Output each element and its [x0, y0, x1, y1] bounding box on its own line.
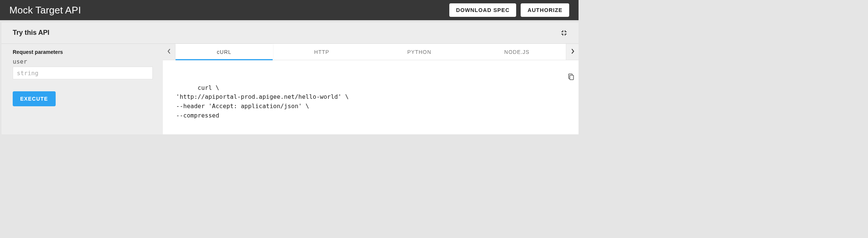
tabs-row: cURL HTTP PYTHON NODE.JS — [163, 44, 579, 60]
tab-http[interactable]: HTTP — [273, 44, 371, 60]
chevron-right-icon — [570, 48, 575, 56]
code-text: curl \ 'http://apiportal-prod.apigee.net… — [169, 84, 349, 119]
param-input-user[interactable] — [13, 67, 153, 79]
try-api-panel: Try this API Request parameters user EXE… — [1, 22, 579, 134]
svg-rect-0 — [570, 75, 574, 80]
panel-header: Try this API — [1, 22, 579, 44]
tabs-scroll-right-button[interactable] — [566, 44, 579, 60]
panel-body: Request parameters user EXECUTE cURL HTT… — [1, 44, 579, 134]
panel-title: Try this API — [13, 29, 49, 37]
tab-label: cURL — [217, 49, 232, 55]
code-tabs: cURL HTTP PYTHON NODE.JS — [176, 44, 566, 60]
collapse-icon[interactable] — [561, 30, 567, 36]
authorize-button[interactable]: AUTHORIZE — [521, 3, 569, 17]
copy-icon[interactable] — [532, 64, 574, 92]
tab-python[interactable]: PYTHON — [371, 44, 468, 60]
tab-label: PYTHON — [407, 49, 431, 55]
code-sample: curl \ 'http://apiportal-prod.apigee.net… — [163, 60, 579, 134]
download-spec-button[interactable]: DOWNLOAD SPEC — [449, 3, 517, 17]
header-buttons: DOWNLOAD SPEC AUTHORIZE — [449, 3, 569, 17]
tab-nodejs[interactable]: NODE.JS — [468, 44, 566, 60]
app-title: Mock Target API — [9, 4, 81, 16]
chevron-left-icon — [167, 48, 171, 56]
request-params-label: Request parameters — [13, 49, 152, 55]
app-header: Mock Target API DOWNLOAD SPEC AUTHORIZE — [0, 0, 579, 20]
param-name: user — [13, 58, 152, 65]
tabs-scroll-left-button[interactable] — [163, 44, 176, 60]
code-sample-column: cURL HTTP PYTHON NODE.JS — [163, 44, 579, 134]
tab-label: HTTP — [314, 49, 329, 55]
tab-curl[interactable]: cURL — [176, 44, 273, 60]
execute-button[interactable]: EXECUTE — [13, 91, 56, 106]
tab-label: NODE.JS — [504, 49, 530, 55]
request-params-column: Request parameters user EXECUTE — [1, 44, 163, 134]
